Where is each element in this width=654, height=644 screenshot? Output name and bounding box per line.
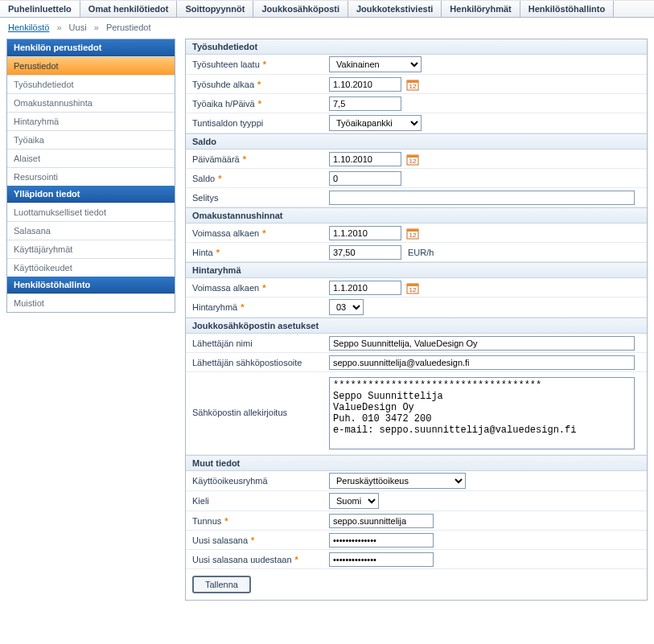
breadcrumb-sep: » (56, 23, 61, 32)
sidebar-item-kayttooikeudet[interactable]: Käyttöoikeudet (7, 258, 175, 277)
sidebar: Henkilön perustiedot Perustiedot Työsuhd… (6, 39, 175, 313)
sidebar-header-yllapito: Ylläpidon tiedot (7, 186, 175, 203)
main-form: Työsuhdetiedot Työsuhteen laatu* Vakinai… (185, 39, 648, 601)
input-tyoaika-h[interactable] (329, 96, 401, 111)
section-muut-tiedot: Muut tiedot (186, 455, 647, 471)
sidebar-item-alaiset[interactable]: Alaiset (7, 149, 175, 167)
textarea-allekirjoitus[interactable] (329, 377, 635, 449)
unit-eurh: EUR/h (408, 248, 434, 257)
label-tyosuhteen-laatu: Työsuhteen laatu* (192, 59, 329, 69)
tab-omat-henkilotiedot[interactable]: Omat henkilötiedot (80, 1, 178, 17)
label-voimassa-alkaen-1: Voimassa alkaen* (192, 228, 329, 238)
section-hintaryhma: Hintaryhmä (186, 262, 647, 278)
label-uusi-salasana: Uusi salasana* (192, 535, 329, 545)
input-lahettajan-nimi[interactable] (329, 336, 635, 351)
label-paivamaara: Päivämäärä* (192, 154, 329, 164)
breadcrumb-sep: » (94, 23, 99, 32)
tab-joukkosahkoposti[interactable]: Joukkosähköposti (253, 1, 348, 17)
calendar-icon[interactable]: 12 (406, 153, 419, 166)
select-tyosuhteen-laatu[interactable]: Vakinainen (329, 56, 422, 72)
section-saldo: Saldo (186, 133, 647, 150)
input-uusi-salasana-uudestaan[interactable] (329, 552, 434, 567)
sidebar-item-hintaryhma[interactable]: Hintaryhmä (7, 112, 175, 130)
svg-text:12: 12 (409, 286, 417, 293)
sidebar-item-muistiot[interactable]: Muistiot (7, 293, 175, 312)
select-kieli[interactable]: Suomi (329, 493, 379, 509)
label-hintaryhma: Hintaryhmä* (192, 302, 329, 312)
sidebar-item-luottamukselliset[interactable]: Luottamukselliset tiedot (7, 203, 175, 221)
label-uusi-salasana-uudestaan: Uusi salasana uudestaan* (192, 555, 329, 564)
tab-soittopyynnot[interactable]: Soittopyynnöt (177, 1, 253, 17)
breadcrumb-link-henkilosto[interactable]: Henkilöstö (8, 23, 49, 32)
svg-text:12: 12 (409, 158, 417, 165)
svg-text:12: 12 (409, 83, 417, 90)
sidebar-item-kayttajaryhmat[interactable]: Käyttäjäryhmät (7, 240, 175, 258)
section-omakustannushinnat: Omakustannushinnat (186, 207, 647, 224)
label-kayttooikeusryhma: Käyttöoikeusryhmä (192, 476, 329, 486)
breadcrumb-item-perustiedot: Perustiedot (106, 23, 151, 32)
label-allekirjoitus: Sähköpostin allekirjoitus (192, 377, 329, 417)
sidebar-item-tyoaika[interactable]: Työaika (7, 130, 175, 149)
input-uusi-salasana[interactable] (329, 533, 434, 548)
label-lahettajan-osoite: Lähettäjän sähköpostiosoite (192, 358, 329, 367)
tab-henkilostohallinto[interactable]: Henkilöstöhallinto (520, 1, 614, 17)
label-tuntisaldon-tyyppi: Tuntisaldon tyyppi (192, 118, 329, 128)
tab-puhelinluettelo[interactable]: Puhelinluettelo (0, 1, 80, 17)
label-tyosuhde-alkaa: Työsuhde alkaa* (192, 80, 329, 89)
input-lahettajan-osoite[interactable] (329, 355, 635, 370)
tab-henkiloryhmat[interactable]: Henkilöryhmät (442, 1, 520, 17)
label-lahettajan-nimi: Lähettäjän nimi (192, 338, 329, 348)
select-tuntisaldon-tyyppi[interactable]: Työaikapankki (329, 115, 422, 131)
label-tunnus: Tunnus* (192, 516, 329, 526)
sidebar-item-tyosuhdetiedot[interactable]: Työsuhdetiedot (7, 75, 175, 93)
label-selitys: Selitys (192, 193, 329, 203)
svg-text:12: 12 (409, 232, 417, 239)
input-tyosuhde-alkaa[interactable] (329, 77, 401, 92)
sidebar-item-omakustannushinta[interactable]: Omakustannushinta (7, 93, 175, 112)
sidebar-item-resursointi[interactable]: Resursointi (7, 167, 175, 186)
input-tunnus[interactable] (329, 514, 434, 528)
input-voimassa-alkaen-1[interactable] (329, 226, 401, 240)
label-voimassa-alkaen-2: Voimassa alkaen* (192, 283, 329, 293)
save-button[interactable]: Tallenna (192, 576, 251, 593)
sidebar-header-perustiedot: Henkilön perustiedot (7, 39, 175, 56)
select-kayttooikeusryhma[interactable]: Peruskäyttöoikeus (329, 473, 466, 489)
top-nav: Puhelinluettelo Omat henkilötiedot Soitt… (0, 0, 654, 18)
calendar-icon[interactable]: 12 (406, 281, 419, 294)
breadcrumb-item-uusi: Uusi (69, 23, 87, 32)
input-hinta[interactable] (329, 245, 401, 260)
input-selitys[interactable] (329, 191, 635, 205)
breadcrumb: Henkilöstö » Uusi » Perustiedot (0, 18, 654, 39)
select-hintaryhma[interactable]: 03 (329, 299, 364, 315)
input-voimassa-alkaen-2[interactable] (329, 281, 401, 295)
section-tyosuhdetiedot: Työsuhdetiedot (186, 39, 647, 55)
input-saldo[interactable] (329, 171, 401, 186)
sidebar-header-henkilostohallinto: Henkilöstöhallinto (7, 277, 175, 293)
label-tyoaika-h: Työaika h/Päivä* (192, 99, 329, 109)
tab-joukkotekstiviesti[interactable]: Joukkotekstiviesti (348, 1, 442, 17)
input-paivamaara[interactable] (329, 152, 401, 166)
calendar-icon[interactable]: 12 (406, 227, 419, 240)
calendar-icon[interactable]: 12 (406, 78, 419, 91)
sidebar-item-perustiedot[interactable]: Perustiedot (7, 56, 175, 75)
sidebar-item-salasana[interactable]: Salasana (7, 221, 175, 240)
section-joukkosahkoposti: Joukkosähköpostin asetukset (186, 318, 647, 334)
label-kieli: Kieli (192, 496, 329, 506)
label-saldo: Saldo* (192, 174, 329, 183)
label-hinta: Hinta* (192, 248, 329, 257)
